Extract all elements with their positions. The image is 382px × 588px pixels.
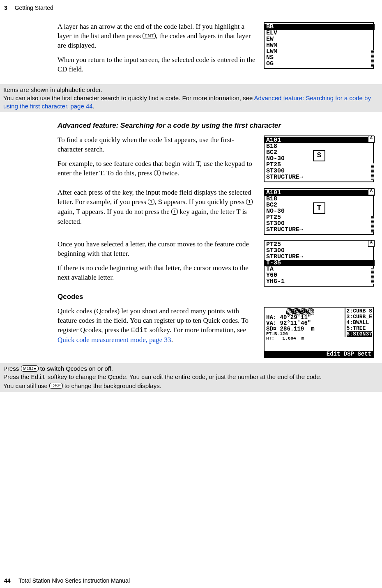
one-key-icon: 1 xyxy=(154,170,161,176)
chapter-number: 3 xyxy=(4,4,7,12)
lcd-screenshot: PT25ST300STRUCTURE→T-35TAY60YHG-1 A xyxy=(264,240,374,287)
note-box: Items are shown in alphabetic order. You… xyxy=(0,84,382,113)
lcd-screenshot: A101B18BC2NO-30PT25ST300STRUCTURE→T A xyxy=(264,188,374,235)
cross-reference-link[interactable]: Quick code measurement mode, page 33 xyxy=(58,336,171,344)
page-footer: 44 Total Station Nivo Series Instruction… xyxy=(4,577,130,585)
edit-softkey-label: Edit xyxy=(31,374,46,381)
paragraph: A layer has an arrow at the end of the c… xyxy=(58,22,256,51)
one-key-icon: 1 xyxy=(171,209,178,215)
paragraph: To find a code quickly when the code lis… xyxy=(58,136,256,154)
lcd-screenshot: Qcode HA: 40°29'11"VA: 92°11'46"SD¤ 286.… xyxy=(264,307,374,358)
note-box: Press MODE to switch Qcodes on or off. P… xyxy=(0,363,382,392)
input-letter-indicator: S xyxy=(313,150,325,161)
lcd-screenshot: A101B18BC2NO-30PT25ST300STRUCTURE→S A xyxy=(264,136,374,182)
input-letter-indicator: T xyxy=(313,202,325,214)
mode-key-icon: MODE xyxy=(21,365,39,372)
mode-indicator: A xyxy=(368,136,375,142)
paragraph: Quick codes (Qcodes) let you shoot and r… xyxy=(58,307,256,345)
paragraph: After each press of the key, the input m… xyxy=(58,188,256,227)
paragraph: If there is no code beginning with that … xyxy=(58,264,256,283)
paragraph: Once you have selected a letter, the cur… xyxy=(58,240,256,259)
paragraph: For example, to see feature codes that b… xyxy=(58,159,256,178)
lcd-screenshot: BBELVEWHWMLWMNSOG xyxy=(264,22,374,69)
mode-indicator: A xyxy=(368,188,375,195)
book-title: Total Station Nivo Series Instruction Ma… xyxy=(18,577,130,584)
edit-softkey-label: Edit xyxy=(131,326,148,334)
mode-indicator: A xyxy=(368,240,375,247)
section-heading: Qcodes xyxy=(58,292,374,302)
ent-key-icon: ENT xyxy=(143,33,156,39)
dsp-key-icon: DSP xyxy=(49,383,63,389)
one-key-icon: 1 xyxy=(148,199,154,205)
chapter-title: Getting Started xyxy=(15,5,53,11)
paragraph: When you return to the input screen, the… xyxy=(58,55,256,74)
one-key-icon: 1 xyxy=(246,199,253,205)
page-number: 44 xyxy=(4,577,11,584)
page-header: 3 Getting Started xyxy=(4,4,378,13)
section-heading: Advanced feature: Searching for a code b… xyxy=(58,121,374,131)
